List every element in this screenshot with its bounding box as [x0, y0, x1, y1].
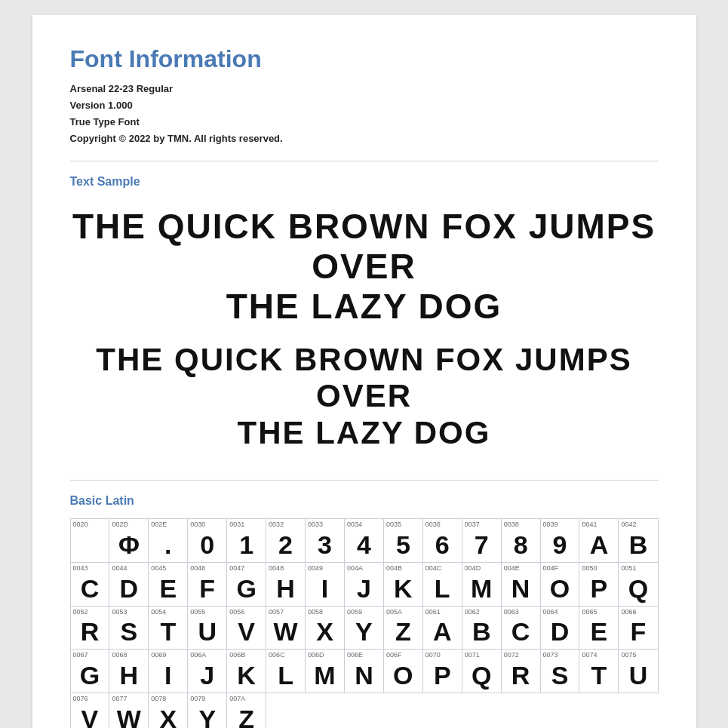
glyph-character: Z	[384, 616, 422, 649]
glyph-cell: 0041A	[579, 518, 619, 562]
glyph-cell: 0071Q	[462, 650, 501, 693]
glyph-code: 0041	[579, 519, 618, 529]
glyph-character: K	[227, 659, 266, 693]
glyph-character: E	[579, 616, 618, 649]
glyph-code: 0020	[71, 519, 109, 529]
glyph-code: 0076	[71, 693, 109, 703]
glyph-character: G	[71, 659, 109, 693]
glyph-code: 0069	[149, 650, 187, 659]
glyph-character: Z	[227, 703, 266, 728]
text-sample-title: Text Sample	[70, 175, 659, 189]
glyph-cell: 006DM	[306, 650, 345, 693]
glyph-character: U	[188, 616, 226, 649]
glyph-code: 0038	[502, 519, 540, 529]
glyph-code: 0039	[541, 519, 579, 529]
glyph-character: 2	[266, 529, 305, 562]
glyph-cell: 006EN	[344, 650, 383, 693]
glyph-character: G	[227, 573, 266, 606]
glyph-code: 0046	[188, 563, 226, 573]
glyph-cell: 0058X	[306, 606, 345, 650]
glyph-cell: 0044D	[109, 562, 149, 606]
glyph-code: 0031	[227, 519, 266, 529]
glyph-character: D	[109, 573, 148, 606]
glyph-character: R	[71, 616, 109, 649]
glyph-cell: 0072R	[501, 650, 540, 693]
glyph-cell: 0075U	[619, 650, 658, 693]
glyph-character: V	[71, 703, 109, 728]
glyph-character: Y	[188, 703, 226, 728]
glyph-cell: 004AJ	[344, 562, 383, 606]
glyph-character: 9	[541, 529, 579, 562]
glyph-code: 0037	[462, 519, 501, 529]
glyph-character: L	[266, 659, 305, 693]
divider-1	[70, 161, 659, 161]
glyph-character: M	[462, 573, 501, 606]
glyph-code: 0053	[109, 607, 148, 616]
glyph-cell: 0076V	[70, 693, 109, 728]
glyph-cell: 006BK	[227, 650, 266, 693]
glyph-code: 0062	[462, 607, 501, 616]
glyph-code: 0052	[71, 607, 109, 616]
glyph-code: 0066	[619, 607, 657, 616]
glyph-character: 6	[423, 529, 462, 562]
glyph-code: 0033	[306, 519, 344, 529]
glyph-cell: 0020	[70, 518, 109, 562]
glyph-cell: 0079Y	[188, 693, 227, 728]
glyph-cell: 006CL	[266, 650, 306, 693]
glyph-code: 0047	[227, 563, 266, 573]
glyph-character: C	[71, 573, 109, 606]
font-type: True Type Font	[70, 114, 659, 131]
glyph-code: 0045	[149, 563, 187, 573]
glyph-cell: 004EN	[501, 562, 540, 606]
glyph-character: W	[109, 703, 148, 728]
glyph-character: O	[541, 573, 579, 606]
glyph-code: 0059	[345, 607, 383, 616]
glyph-cell: 00366	[422, 518, 462, 562]
glyph-code: 0048	[266, 563, 305, 573]
font-name: Arsenal 22-23 Regular	[70, 81, 659, 97]
glyph-code: 007A	[227, 693, 266, 703]
glyph-cell: 0057W	[266, 606, 306, 650]
glyph-cell: 0062B	[462, 606, 501, 650]
glyph-code: 006F	[384, 650, 422, 659]
glyph-code: 0077	[109, 693, 148, 703]
glyph-row: 0067G0068H0069I006AJ006BK006CL006DM006EN…	[70, 650, 658, 693]
glyph-code: 0044	[109, 563, 148, 573]
glyph-code: 0050	[579, 563, 618, 573]
glyph-cell: 0070P	[422, 650, 462, 693]
glyph-code: 004C	[423, 563, 462, 573]
glyph-code: 006C	[266, 650, 305, 659]
glyph-cell: 0064D	[540, 606, 579, 650]
glyph-cell: 002DΦ	[109, 518, 149, 562]
glyph-character: I	[306, 573, 344, 606]
glyph-character: D	[541, 616, 579, 649]
glyph-cell: 0069I	[149, 650, 188, 693]
glyph-code: 006D	[306, 650, 344, 659]
glyph-code: 0042	[619, 519, 657, 529]
glyph-code: 0057	[266, 607, 305, 616]
glyph-character: V	[227, 616, 266, 649]
glyph-cell: 0046F	[188, 562, 227, 606]
glyph-code: 004B	[384, 563, 422, 573]
glyph-code: 004A	[345, 563, 383, 573]
glyph-code: 0070	[423, 650, 462, 659]
glyph-code: 0072	[502, 650, 540, 659]
glyph-row: 0043C0044D0045E0046F0047G0048H0049I004AJ…	[70, 562, 658, 606]
glyph-cell: 00399	[540, 518, 579, 562]
glyph-character: Q	[619, 573, 657, 606]
sample-large: THE QUICK BROWN FOX JUMPS OVER THE LAZY …	[70, 207, 659, 327]
glyph-code: 0073	[541, 650, 579, 659]
glyph-code: 0049	[306, 563, 344, 573]
glyph-character	[71, 529, 109, 536]
glyph-character: B	[462, 616, 501, 649]
glyph-cell: 00300	[188, 518, 227, 562]
glyph-code: 0058	[306, 607, 344, 616]
glyph-cell: 0063C	[501, 606, 540, 650]
glyph-cell: 004FO	[540, 562, 579, 606]
glyph-code: 0068	[109, 650, 148, 659]
glyph-character: E	[149, 573, 187, 606]
glyph-cell: 0074T	[579, 650, 619, 693]
glyph-cell: 00333	[306, 518, 345, 562]
glyph-character: 8	[502, 529, 540, 562]
glyph-character: Y	[345, 616, 383, 649]
